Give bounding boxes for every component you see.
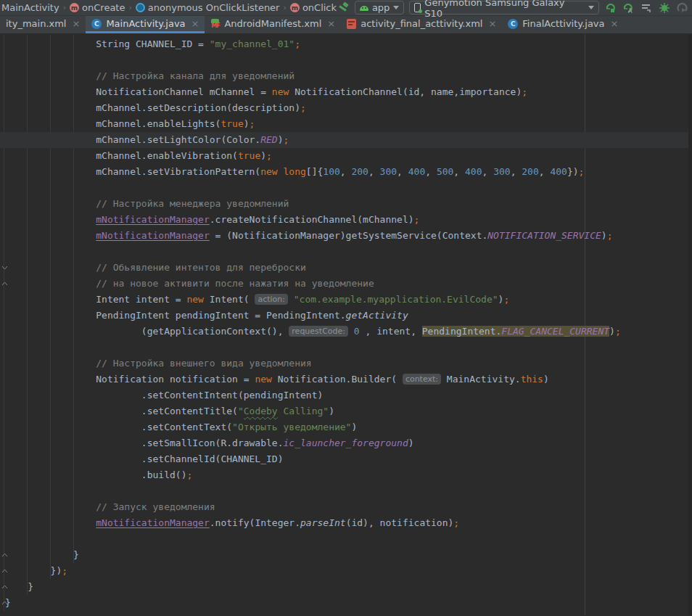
code-token: context:	[403, 374, 441, 385]
build-button[interactable]	[337, 1, 350, 15]
tab-ity-main-xml[interactable]: ity_main.xml×	[0, 16, 86, 33]
tab-finalacttivity-java[interactable]: CFinalActtivity.java×	[502, 16, 624, 33]
code-token: .setChannelId(CHANNEL_ID)	[5, 453, 284, 464]
tab-androidmanifest-xml[interactable]: MFAndroidManifest.xml×	[205, 16, 341, 33]
code-token: )	[329, 406, 334, 416]
fold-up-icon[interactable]	[1, 563, 8, 579]
code-token: (getApplicationContext(),	[5, 326, 289, 337]
close-icon[interactable]: ×	[191, 18, 199, 29]
code-token: ;	[284, 134, 289, 145]
close-icon[interactable]: ×	[611, 18, 619, 29]
fold-up-icon[interactable]	[1, 595, 8, 611]
tab-mainactivity-java[interactable]: CMainActivity.java×	[86, 16, 205, 33]
code-token: 200	[522, 166, 538, 177]
code-line: .setContentText("Открыть уведомление")	[0, 419, 692, 435]
code-token: )	[260, 150, 266, 161]
stop-button[interactable]	[676, 1, 689, 15]
breadcrumb: MainActivity›monCreate›anonymous OnClick…	[1, 2, 337, 13]
breadcrumb-item-anonymous-onclicklistener[interactable]: anonymous OnClickListener	[136, 2, 280, 13]
code-token: ;	[615, 326, 621, 337]
code-token: "my_channel_01"	[210, 38, 294, 49]
code-line: mChannel.enableLights(true);	[0, 116, 692, 132]
code-token: true	[221, 118, 243, 129]
code-lines: String CHANNEL_ID = "my_channel_01"; // …	[0, 36, 692, 611]
breadcrumb-item-mainactivity[interactable]: MainActivity	[1, 2, 59, 13]
device-select[interactable]: Genymotion Samsung Galaxy S10	[409, 1, 598, 15]
code-token: mChannel.setVibrationPattern(	[5, 166, 260, 177]
navigation-bar: MainActivity›monCreate›anonymous OnClick…	[0, 0, 692, 16]
apply-code-changes-button[interactable]: A	[622, 1, 635, 15]
attach-debugger-icon	[659, 2, 670, 14]
code-token: 400	[465, 166, 482, 177]
code-token: getActivity	[346, 310, 408, 321]
code-line: .build();	[0, 467, 692, 483]
code-token	[288, 294, 294, 305]
close-icon[interactable]: ×	[327, 18, 335, 29]
code-token: // Запуск уведомления	[5, 501, 215, 512]
tab-label: FinalActtivity.java	[522, 18, 604, 29]
code-line: mChannel.setVibrationPattern(new long[]{…	[0, 164, 692, 180]
close-icon[interactable]: ×	[488, 18, 496, 29]
code-token: ;	[300, 102, 306, 113]
stop-icon	[677, 2, 688, 14]
code-token: Notification notification =	[5, 374, 255, 385]
code-token: mNotificationManager	[96, 517, 210, 528]
code-line: .setSmallIcon(R.drawable.ic_launcher_for…	[0, 435, 692, 451]
code-token: 0	[354, 326, 360, 337]
breadcrumb-item-oncreate[interactable]: monCreate	[70, 2, 125, 13]
code-token	[348, 326, 354, 337]
manifest-letters: MF	[210, 23, 220, 29]
code-line: mNotificationManager = (NotificationMana…	[0, 228, 692, 244]
run-configuration-select[interactable]: app	[355, 1, 404, 15]
code-token: mChannel.setDescription(description)	[5, 102, 300, 113]
code-token	[5, 230, 96, 241]
code-token: (id), notification)	[346, 517, 454, 528]
android-icon	[360, 6, 368, 11]
code-line: // Настройка внешнего вида уведомления	[0, 356, 692, 371]
code-line	[0, 340, 692, 356]
method-icon: m	[290, 3, 300, 12]
code-editor[interactable]: String CHANNEL_ID = "my_channel_01"; // …	[0, 34, 692, 615]
code-line: Intent intent = new Intent( action: "com…	[0, 292, 692, 308]
code-token: String CHANNEL_ID =	[5, 38, 210, 49]
tab-label: ity_main.xml	[6, 18, 66, 29]
tab-label: AndroidManifest.xml	[224, 18, 321, 29]
code-token: ;	[414, 214, 420, 225]
fold-up-icon[interactable]	[1, 547, 8, 563]
code-token: .setContentTitle(	[5, 406, 238, 416]
chevron-down-icon	[393, 6, 399, 9]
fold-up-icon[interactable]	[1, 276, 8, 292]
code-line: // на новое активити после нажатия на ув…	[0, 276, 692, 292]
build-hammer-icon	[337, 2, 349, 14]
apply-changes-button[interactable]	[604, 1, 617, 15]
breadcrumb-label: anonymous OnClickListener	[148, 2, 280, 13]
code-line: .setContentIntent(pendingIntent)	[0, 387, 692, 403]
breadcrumb-item-onclick[interactable]: monClick	[290, 2, 337, 13]
code-line	[0, 531, 692, 547]
code-token: })	[567, 166, 579, 177]
device-phone-icon	[414, 3, 421, 12]
profiler-button[interactable]	[640, 1, 653, 15]
fold-down-icon[interactable]	[1, 260, 8, 276]
tab-activity-final-acttivity-xml[interactable]: activity_final_acttivity.xml×	[341, 16, 502, 33]
code-token: // Настройка внешнего вида уведомления	[5, 358, 312, 369]
attach-debugger-button[interactable]	[658, 1, 671, 15]
code-token: 500	[437, 166, 453, 177]
code-token: // на новое активити после нажатия на ув…	[5, 278, 374, 289]
code-token: ,	[368, 166, 380, 177]
code-token: .setContentIntent(pendingIntent)	[5, 390, 323, 401]
code-token: .build()	[5, 469, 186, 480]
code-token: ,	[453, 166, 465, 177]
code-line: .setChannelId(CHANNEL_ID)	[0, 451, 692, 467]
code-line: // Обьявление интентов для переброски	[0, 260, 692, 276]
code-token: Intent(	[204, 294, 255, 305]
code-line: String CHANNEL_ID = "my_channel_01";	[0, 36, 692, 52]
editor-scrollbar[interactable]	[688, 34, 692, 615]
code-token: new	[186, 294, 203, 305]
code-token: = (NotificationManager)getSystemService(…	[210, 230, 488, 241]
code-line: mChannel.enableVibration(true);	[0, 148, 692, 164]
close-icon[interactable]: ×	[72, 18, 80, 29]
fold-up-icon[interactable]	[1, 579, 8, 595]
code-token: )	[601, 230, 607, 241]
code-line: (getApplicationContext(), requestCode: 0…	[0, 324, 692, 340]
